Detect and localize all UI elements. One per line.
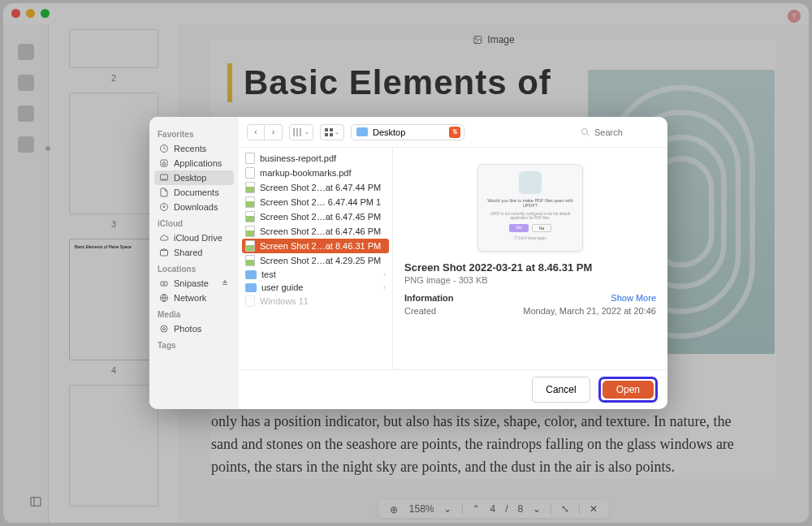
dialog-footer: Cancel Open bbox=[239, 369, 667, 409]
search-input[interactable] bbox=[594, 127, 659, 137]
drive-icon bbox=[159, 278, 169, 288]
dialog-toolbar: ‹ › ⌄ ⌄ Desktop ⇅ bbox=[239, 117, 667, 148]
file-row[interactable]: Screen Shot 2…at 6.47.46 PM bbox=[239, 224, 392, 239]
back-button[interactable]: ‹ bbox=[247, 124, 265, 140]
globe-icon bbox=[159, 293, 169, 303]
desktop-icon bbox=[159, 173, 169, 183]
svg-point-18 bbox=[161, 326, 167, 332]
folder-icon bbox=[356, 127, 368, 136]
cancel-button[interactable]: Cancel bbox=[532, 377, 590, 403]
search-icon bbox=[581, 127, 590, 137]
file-icon bbox=[245, 295, 255, 307]
sidebar-item-documents[interactable]: Documents bbox=[154, 185, 234, 200]
open-button-highlight: Open bbox=[598, 377, 658, 403]
search-field[interactable] bbox=[581, 127, 659, 137]
preview-thumbnail: Would you like to make PDF files open wi… bbox=[477, 164, 583, 252]
info-header: Information bbox=[404, 293, 454, 303]
sidebar-section-icloud: iCloud bbox=[158, 219, 234, 228]
file-row[interactable]: Screen Shot 2…at 8.46.31 PM bbox=[242, 239, 389, 253]
file-row[interactable]: Screen Shot 2…at 4.29.25 PM bbox=[239, 253, 392, 268]
image-file-icon bbox=[245, 240, 255, 252]
svg-rect-14 bbox=[161, 282, 167, 286]
file-row[interactable]: Screen Shot 2…at 6.47.45 PM bbox=[239, 209, 392, 224]
svg-point-26 bbox=[582, 128, 588, 134]
app-icon bbox=[159, 158, 169, 168]
eject-icon[interactable] bbox=[221, 278, 229, 288]
show-more-link[interactable]: Show More bbox=[611, 293, 656, 303]
file-row[interactable]: Screen Shot 2…at 6.47.44 PM bbox=[239, 180, 392, 195]
download-icon bbox=[159, 202, 169, 212]
shared-icon bbox=[159, 248, 169, 257]
svg-rect-13 bbox=[161, 251, 168, 257]
sidebar-item-desktop[interactable]: Desktop bbox=[154, 170, 234, 185]
svg-point-15 bbox=[163, 283, 165, 285]
location-selector[interactable]: Desktop ⇅ bbox=[351, 124, 464, 140]
file-row[interactable]: business-report.pdf bbox=[239, 151, 392, 166]
pdf-file-icon bbox=[245, 153, 255, 164]
svg-rect-22 bbox=[325, 128, 328, 132]
sidebar-section-media: Media bbox=[158, 310, 234, 319]
sidebar-section-favorites: Favorites bbox=[158, 130, 234, 139]
file-preview: Would you like to make PDF files open wi… bbox=[393, 148, 667, 369]
chevron-right-icon: › bbox=[383, 283, 386, 291]
file-open-dialog: Favorites RecentsApplicationsDesktopDocu… bbox=[149, 117, 667, 409]
image-file-icon bbox=[245, 196, 255, 208]
image-file-icon bbox=[245, 226, 255, 237]
sidebar-item-snipaste[interactable]: Snipaste bbox=[154, 276, 234, 291]
folder-icon bbox=[245, 270, 257, 279]
image-file-icon bbox=[245, 211, 255, 222]
sidebar-section-tags: Tags bbox=[158, 341, 234, 350]
chevron-updown-icon: ⇅ bbox=[449, 127, 460, 138]
nav-back-forward: ‹ › bbox=[247, 124, 283, 140]
sidebar-item-downloads[interactable]: Downloads bbox=[154, 200, 234, 214]
photos-icon bbox=[159, 324, 169, 334]
resize-grip-icon[interactable]: ⋰⋰ bbox=[653, 399, 658, 404]
info-val-created: Monday, March 21, 2022 at 20:46 bbox=[523, 306, 656, 316]
sidebar-item-icloud-drive[interactable]: iCloud Drive bbox=[154, 231, 234, 245]
svg-rect-24 bbox=[325, 133, 328, 136]
sidebar-item-applications[interactable]: Applications bbox=[154, 156, 234, 170]
file-row[interactable]: markup-bookmarks.pdf bbox=[239, 166, 392, 180]
sidebar-item-photos[interactable]: Photos bbox=[154, 321, 234, 336]
forward-button[interactable]: › bbox=[265, 124, 283, 140]
open-button[interactable]: Open bbox=[603, 381, 654, 399]
clock-icon bbox=[159, 144, 169, 153]
sidebar-item-shared[interactable]: Shared bbox=[154, 245, 234, 260]
view-grid-button[interactable]: ⌄ bbox=[320, 124, 344, 140]
svg-line-27 bbox=[587, 133, 590, 136]
image-file-icon bbox=[245, 255, 255, 266]
svg-rect-25 bbox=[330, 133, 333, 136]
info-key-created: Created bbox=[404, 306, 436, 316]
file-row[interactable]: user guide› bbox=[239, 281, 392, 294]
sidebar-section-locations: Locations bbox=[158, 265, 234, 274]
file-row[interactable]: test› bbox=[239, 268, 392, 281]
svg-rect-23 bbox=[330, 128, 333, 132]
svg-rect-10 bbox=[161, 175, 168, 179]
location-label: Desktop bbox=[373, 127, 405, 137]
view-columns-button[interactable]: ⌄ bbox=[289, 124, 313, 140]
file-row[interactable]: Windows 11 bbox=[239, 294, 392, 308]
preview-subtitle: PNG image - 303 KB bbox=[404, 275, 656, 285]
preview-filename: Screen Shot 2022-03-21 at 8.46.31 PM bbox=[404, 261, 656, 274]
dialog-sidebar: Favorites RecentsApplicationsDesktopDocu… bbox=[149, 117, 239, 409]
sidebar-item-network[interactable]: Network bbox=[154, 291, 234, 305]
image-file-icon bbox=[245, 182, 255, 193]
svg-point-17 bbox=[163, 328, 166, 330]
file-list[interactable]: business-report.pdfmarkup-bookmarks.pdfS… bbox=[239, 148, 393, 369]
doc-icon bbox=[159, 188, 169, 197]
pdf-file-icon bbox=[245, 167, 255, 179]
chevron-right-icon: › bbox=[383, 270, 386, 278]
folder-icon bbox=[245, 283, 257, 292]
file-row[interactable]: Screen Shot 2… 6.47.44 PM 1 bbox=[239, 195, 392, 209]
cloud-icon bbox=[159, 233, 169, 243]
sidebar-item-recents[interactable]: Recents bbox=[154, 141, 234, 156]
